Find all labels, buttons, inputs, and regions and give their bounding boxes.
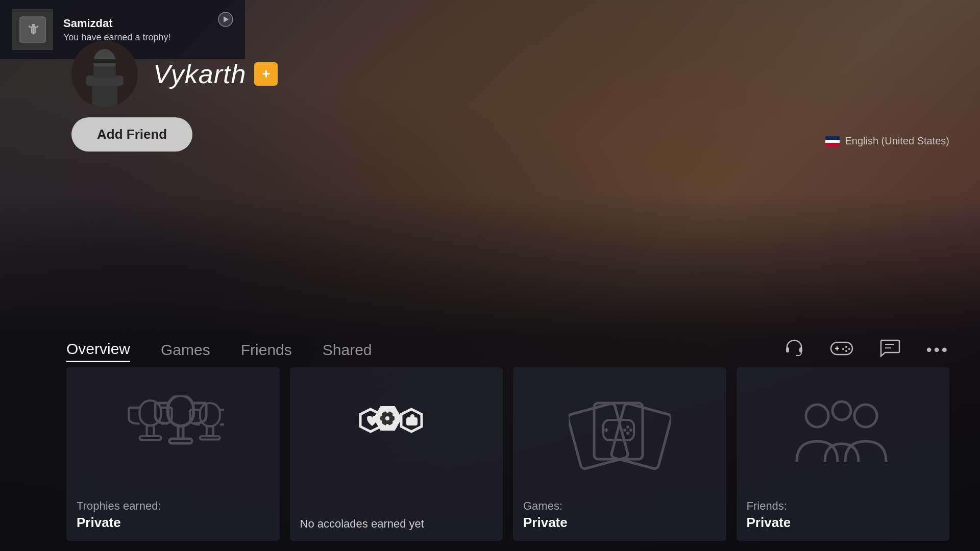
svg-point-13 <box>845 346 847 348</box>
svg-point-62 <box>854 405 877 427</box>
trophies-card: Trophies earned: Private <box>66 367 280 541</box>
svg-point-46 <box>379 420 382 423</box>
game-icon: 🗡 <box>12 9 53 50</box>
tab-friends[interactable]: Friends <box>241 341 292 362</box>
svg-point-61 <box>806 405 828 427</box>
friends-card: Friends: Private <box>737 367 950 541</box>
accolades-icon <box>300 378 493 512</box>
svg-rect-9 <box>799 347 802 353</box>
tab-overview[interactable]: Overview <box>66 340 130 362</box>
svg-rect-31 <box>178 426 183 439</box>
svg-point-60 <box>626 432 629 435</box>
svg-point-14 <box>848 348 850 350</box>
profile-section: Vykarth + <box>71 41 278 107</box>
svg-point-16 <box>845 350 847 352</box>
svg-point-15 <box>842 348 844 350</box>
avatar <box>71 41 138 107</box>
accolades-card: No accolades earned yet <box>290 367 503 541</box>
notification-info: Samizdat You have earned a trophy! <box>63 17 171 43</box>
svg-point-45 <box>379 413 382 416</box>
trophies-value: Private <box>77 515 270 531</box>
language-indicator: English (United States) <box>825 135 949 147</box>
trophies-icon <box>77 378 270 494</box>
svg-rect-32 <box>169 439 192 443</box>
friends-label: Friends: <box>747 499 940 513</box>
friends-footer: Friends: Private <box>747 494 940 531</box>
friends-value: Private <box>747 515 940 531</box>
add-friend-button[interactable]: Add Friend <box>71 117 192 152</box>
svg-point-47 <box>386 424 389 427</box>
trophies-label: Trophies earned: <box>77 499 270 513</box>
svg-point-57 <box>626 425 629 429</box>
svg-point-43 <box>385 416 389 420</box>
svg-point-49 <box>393 413 396 416</box>
games-card: Games: Private <box>513 367 726 541</box>
tab-shared[interactable]: Shared <box>323 341 372 362</box>
svg-point-63 <box>832 402 851 420</box>
gamepad-icon[interactable] <box>830 337 853 362</box>
games-label: Games: <box>523 499 716 513</box>
more-options-button[interactable]: ••• <box>926 340 949 359</box>
svg-point-48 <box>393 420 396 423</box>
trophies-footer: Trophies earned: Private <box>77 494 270 531</box>
svg-point-58 <box>629 429 632 432</box>
psn-icon <box>216 10 235 29</box>
games-icon <box>523 378 716 494</box>
svg-point-59 <box>623 429 626 432</box>
ps-plus-badge: + <box>254 62 278 86</box>
game-title: Samizdat <box>63 17 171 30</box>
headset-icon[interactable] <box>784 337 804 362</box>
svg-rect-39 <box>200 436 220 440</box>
svg-rect-25 <box>139 436 161 440</box>
profile-name-area: Vykarth + <box>153 59 278 89</box>
friends-icon <box>747 378 940 494</box>
games-footer: Games: Private <box>523 494 716 531</box>
svg-text:🗡: 🗡 <box>26 21 39 37</box>
svg-rect-7 <box>93 66 116 78</box>
games-value: Private <box>523 515 716 531</box>
svg-rect-33 <box>200 403 220 427</box>
svg-rect-4 <box>93 59 116 63</box>
accolades-footer: No accolades earned yet <box>300 512 493 531</box>
tab-games[interactable]: Games <box>161 341 210 362</box>
username: Vykarth <box>153 59 246 89</box>
language-text: English (United States) <box>845 135 949 147</box>
svg-rect-8 <box>786 347 789 353</box>
svg-rect-24 <box>146 425 154 436</box>
svg-point-44 <box>386 410 389 413</box>
info-cards: Trophies earned: Private <box>66 367 949 551</box>
accolades-value: No accolades earned yet <box>300 517 493 531</box>
language-flag <box>825 136 840 146</box>
message-icon[interactable] <box>879 337 900 362</box>
navigation-tabs: Overview Games Friends Shared <box>66 340 372 362</box>
avatar-image <box>71 41 138 107</box>
action-icons: ••• <box>784 337 949 362</box>
svg-rect-38 <box>207 426 213 436</box>
